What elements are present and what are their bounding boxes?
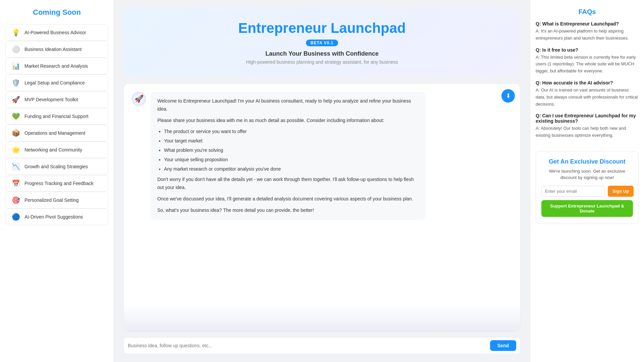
bullet-item-0: The product or service you want to offer <box>164 128 419 136</box>
msg-line-3: Don't worry if you don't have all the de… <box>157 176 419 192</box>
sidebar-item-mvp-toolkit[interactable]: 🚀 MVP Development Toolkit <box>5 91 108 108</box>
discount-description: We're launching soon. Get an exclusive d… <box>541 168 633 181</box>
msg-line-5: So, what's your business idea? The more … <box>157 206 419 215</box>
hero-description: High-powered business planning and strat… <box>131 59 513 65</box>
sidebar-icon-goal-setting: 🎯 <box>11 196 20 204</box>
download-button[interactable]: ⬇ <box>501 89 515 103</box>
sidebar-title: Coming Soon <box>5 8 108 17</box>
faq-list: Q: What is Entrepreneur Launchpad? A: It… <box>536 21 639 139</box>
faq-section: FAQs Q: What is Entrepreneur Launchpad? … <box>536 8 639 144</box>
sidebar-icon-progress: 📅 <box>11 179 20 187</box>
sidebar-label-growth: Growth and Scaling Strategies <box>24 164 88 169</box>
chat-container: ⬇ 🚀 Welcome to Entrepreneur Launchpad! I… <box>123 83 521 332</box>
avatar: 🚀 <box>132 92 146 106</box>
sidebar-label-progress: Progress Tracking and Feedback <box>24 181 93 186</box>
sidebar-item-business-ideation[interactable]: ⚪ Business Ideation Assistant <box>5 41 108 58</box>
sidebar-label-pivot: AI-Driven Pivot Suggestions <box>24 214 83 220</box>
sidebar-label-ai-advisor: AI-Powered Business Advisor <box>24 30 86 35</box>
sidebar-item-goal-setting[interactable]: 🎯 Personalized Goal Setting <box>5 192 108 208</box>
faq-answer-0: A: It's an AI-powered platform to help a… <box>536 28 639 42</box>
sidebar-item-ai-advisor[interactable]: 💡 AI-Powered Business Advisor <box>5 24 108 41</box>
bullet-item-4: Any market research or competitor analys… <box>164 165 419 173</box>
msg-line-4: Once we've discussed your idea, I'll gen… <box>157 195 419 203</box>
faq-item-1: Q: Is it free to use? A: This limited be… <box>536 47 639 75</box>
faq-title: FAQs <box>536 8 639 16</box>
faq-question-3: Q: Can I use Entrepreneur Launchpad for … <box>536 113 639 124</box>
faq-item-2: Q: How accurate is the AI advisor? A: Ou… <box>536 80 639 108</box>
sidebar-label-mvp-toolkit: MVP Development Toolkit <box>24 97 78 102</box>
avatar-icon: 🚀 <box>135 95 144 103</box>
sidebar-icon-networking: 🌟 <box>11 146 20 154</box>
faq-answer-2: A: Our AI is trained on vast amounts of … <box>536 87 639 108</box>
main-content: Entrepreneur Launchpad BETA V0.1 Launch … <box>114 0 530 362</box>
email-input[interactable] <box>541 186 605 197</box>
input-bar: Send <box>123 337 521 354</box>
sidebar-label-legal-setup: Legal Setup and Compliance <box>24 80 85 85</box>
sidebar-icon-pivot: 🔵 <box>11 213 20 221</box>
bullet-item-1: Your target market <box>164 137 419 145</box>
msg-line-2: Please share your business idea with me … <box>157 117 419 125</box>
signup-button[interactable]: Sign Up <box>608 186 634 197</box>
bullet-item-2: What problem you're solving <box>164 146 419 155</box>
sidebar-label-market-research: Market Research and Analysis <box>24 63 88 69</box>
sidebar-item-progress[interactable]: 📅 Progress Tracking and Feedback <box>5 175 108 192</box>
sidebar-icon-market-research: 📊 <box>11 62 20 70</box>
discount-section: Get An Exclusive Discount We're launchin… <box>536 151 639 224</box>
beta-badge: BETA V0.1 <box>306 40 338 46</box>
sidebar-item-networking[interactable]: 🌟 Networking and Community <box>5 141 108 158</box>
sidebar-label-networking: Networking and Community <box>24 147 82 153</box>
msg-line-1: Welcome to Entrepreneur Launchpad! I'm y… <box>157 97 419 113</box>
faq-question-2: Q: How accurate is the AI advisor? <box>536 80 639 85</box>
send-button[interactable]: Send <box>490 340 516 351</box>
ai-message: 🚀 Welcome to Entrepreneur Launchpad! I'm… <box>132 92 512 220</box>
sidebar-icon-operations: 📦 <box>11 129 20 137</box>
donate-button[interactable]: Support Entrepreneur Launchpad & Donate <box>541 200 633 217</box>
sidebar-icon-growth: 📉 <box>11 163 20 171</box>
sidebar-label-funding: Funding and Financial Support <box>24 114 89 119</box>
sidebar-item-growth[interactable]: 📉 Growth and Scaling Strategies <box>5 158 108 175</box>
sidebar-icon-business-ideation: ⚪ <box>11 45 20 53</box>
sidebar-item-operations[interactable]: 📦 Operations and Management <box>5 125 108 141</box>
hero-title: Entrepreneur Launchpad <box>131 20 513 36</box>
sidebar-item-market-research[interactable]: 📊 Market Research and Analysis <box>5 58 108 74</box>
left-sidebar: Coming Soon 💡 AI-Powered Business Adviso… <box>0 0 114 362</box>
sidebar-label-operations: Operations and Management <box>24 130 85 136</box>
sidebar-icon-legal-setup: 🛡️ <box>11 79 20 87</box>
hero-subtitle: Launch Your Business with Confidence <box>131 50 513 57</box>
hero-section: Entrepreneur Launchpad BETA V0.1 Launch … <box>123 8 521 77</box>
chat-input[interactable] <box>128 340 487 351</box>
faq-item-3: Q: Can I use Entrepreneur Launchpad for … <box>536 113 639 139</box>
faq-question-1: Q: Is it free to use? <box>536 47 639 53</box>
sidebar-label-goal-setting: Personalized Goal Setting <box>24 197 79 203</box>
bullet-item-3: Your unique selling proposition <box>164 156 419 164</box>
chat-messages: 🚀 Welcome to Entrepreneur Launchpad! I'm… <box>124 84 520 305</box>
faq-answer-3: A: Absolutely! Our tools can help both n… <box>536 125 639 139</box>
message-content: Welcome to Entrepreneur Launchpad! I'm y… <box>151 92 426 220</box>
sidebar-icon-funding: 💚 <box>11 112 20 120</box>
sidebar-icon-ai-advisor: 💡 <box>11 28 20 37</box>
email-row: Sign Up <box>541 186 633 197</box>
chat-fade <box>124 305 520 331</box>
discount-title: Get An Exclusive Discount <box>541 158 633 165</box>
chat-bullet-list: The product or service you want to offer… <box>164 128 419 173</box>
sidebar-item-funding[interactable]: 💚 Funding and Financial Support <box>5 108 108 125</box>
sidebar-icon-mvp-toolkit: 🚀 <box>11 96 20 104</box>
faq-answer-1: A: This limited beta version is currentl… <box>536 54 639 75</box>
faq-question-0: Q: What is Entrepreneur Launchpad? <box>536 21 639 26</box>
sidebar-item-legal-setup[interactable]: 🛡️ Legal Setup and Compliance <box>5 74 108 91</box>
faq-item-0: Q: What is Entrepreneur Launchpad? A: It… <box>536 21 639 42</box>
right-sidebar: FAQs Q: What is Entrepreneur Launchpad? … <box>530 0 644 362</box>
sidebar-label-business-ideation: Business Ideation Assistant <box>24 47 82 52</box>
sidebar-item-pivot[interactable]: 🔵 AI-Driven Pivot Suggestions <box>5 208 108 225</box>
